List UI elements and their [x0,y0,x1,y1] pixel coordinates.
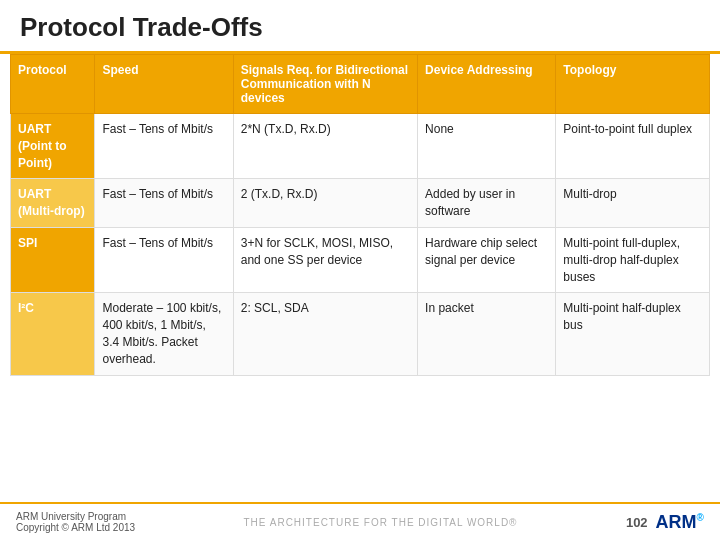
table-header-row: Protocol Speed Signals Req. for Bidirect… [11,55,710,114]
data-cell: 2: SCL, SDA [233,293,417,375]
data-cell: Added by user in software [418,179,556,228]
footer-right: 102 ARM® [626,512,704,533]
data-cell: 3+N for SCLK, MOSI, MISO, and one SS per… [233,227,417,292]
protocol-cell: I²C [11,293,95,375]
table-container: Protocol Speed Signals Req. for Bidirect… [0,54,720,502]
protocol-cell: UART (Multi-drop) [11,179,95,228]
data-cell: Moderate – 100 kbit/s, 400 kbit/s, 1 Mbi… [95,293,233,375]
arm-logo: ARM® [656,512,704,533]
data-cell: In packet [418,293,556,375]
table-row: UART (Multi-drop)Fast – Tens of Mbit/s2 … [11,179,710,228]
col-protocol: Protocol [11,55,95,114]
data-cell: Fast – Tens of Mbit/s [95,227,233,292]
arm-logo-text: ARM [656,512,697,532]
col-topology: Topology [556,55,710,114]
protocol-table: Protocol Speed Signals Req. for Bidirect… [10,54,710,376]
footer-line1: ARM University Program [16,511,135,522]
page: Protocol Trade-Offs Protocol Speed Signa… [0,0,720,540]
protocol-cell: UART (Point to Point) [11,114,95,179]
data-cell: 2 (Tx.D, Rx.D) [233,179,417,228]
data-cell: 2*N (Tx.D, Rx.D) [233,114,417,179]
table-row: I²CModerate – 100 kbit/s, 400 kbit/s, 1 … [11,293,710,375]
data-cell: Hardware chip select signal per device [418,227,556,292]
col-signals: Signals Req. for Bidirectional Communica… [233,55,417,114]
page-footer: ARM University Program Copyright © ARM L… [0,502,720,540]
col-speed: Speed [95,55,233,114]
data-cell: Fast – Tens of Mbit/s [95,179,233,228]
footer-copyright: ARM University Program Copyright © ARM L… [16,511,135,533]
table-row: UART (Point to Point)Fast – Tens of Mbit… [11,114,710,179]
page-title: Protocol Trade-Offs [20,12,700,43]
data-cell: Multi-drop [556,179,710,228]
protocol-cell: SPI [11,227,95,292]
footer-page-number: 102 [626,515,648,530]
page-header: Protocol Trade-Offs [0,0,720,54]
footer-tagline: THE ARCHITECTURE FOR THE DIGITAL WORLD® [244,517,518,528]
table-row: SPIFast – Tens of Mbit/s3+N for SCLK, MO… [11,227,710,292]
data-cell: Multi-point half-duplex bus [556,293,710,375]
data-cell: Fast – Tens of Mbit/s [95,114,233,179]
data-cell: Multi-point full-duplex, multi-drop half… [556,227,710,292]
data-cell: None [418,114,556,179]
footer-line2: Copyright © ARM Ltd 2013 [16,522,135,533]
data-cell: Point-to-point full duplex [556,114,710,179]
col-addressing: Device Addressing [418,55,556,114]
